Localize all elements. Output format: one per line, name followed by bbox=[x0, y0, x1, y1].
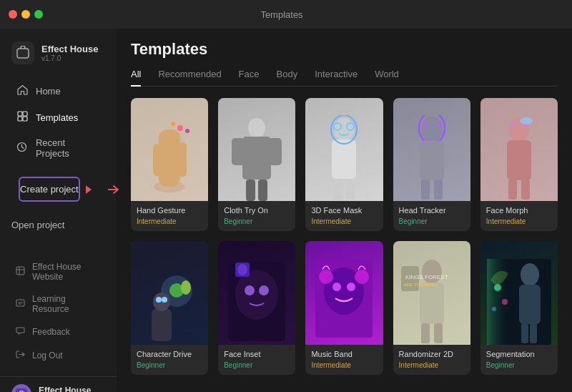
template-info: Face Morph Intermediate bbox=[480, 201, 558, 231]
svg-point-53 bbox=[235, 270, 278, 320]
svg-point-31 bbox=[421, 117, 443, 142]
open-project-button[interactable]: Open project bbox=[11, 215, 64, 235]
svg-rect-75 bbox=[530, 323, 537, 343]
template-card-character-drive[interactable]: Character Drive Beginner bbox=[131, 241, 208, 374]
app-version: v1.7.0 bbox=[41, 54, 98, 62]
sidebar-item-templates[interactable]: Templates bbox=[4, 104, 112, 130]
tab-all[interactable]: All bbox=[131, 69, 141, 87]
svg-rect-42 bbox=[507, 140, 531, 180]
svg-point-39 bbox=[509, 122, 516, 129]
svg-rect-44 bbox=[521, 180, 530, 200]
sidebar-item-feedback[interactable]: Feedback bbox=[4, 320, 112, 343]
template-card-face-morph[interactable]: Face Morph Intermediate bbox=[480, 98, 558, 231]
svg-rect-3 bbox=[18, 117, 22, 121]
template-card-music-band[interactable]: Music Band Intermediate bbox=[305, 241, 383, 374]
template-thumb bbox=[218, 241, 295, 344]
svg-rect-37 bbox=[434, 180, 443, 200]
svg-point-16 bbox=[171, 122, 175, 126]
profile-info: Effect House Manage effects bbox=[39, 386, 91, 393]
template-card-cloth-try-on[interactable]: Cloth Try On Beginner bbox=[218, 98, 295, 231]
template-level: Beginner bbox=[224, 361, 290, 369]
template-level: Beginner bbox=[137, 361, 202, 369]
template-card-randomizer-2d[interactable]: KINGS FOREST ARE YOU REAL? Randomizer 2D… bbox=[393, 241, 470, 374]
template-card-face-inset[interactable]: Face Inset Beginner bbox=[218, 241, 295, 374]
svg-point-41 bbox=[520, 117, 533, 124]
create-project-button[interactable]: Create project bbox=[19, 177, 80, 202]
profile-avatar bbox=[11, 384, 31, 392]
sidebar: Effect House v1.7.0 Home bbox=[0, 29, 117, 392]
svg-rect-43 bbox=[508, 180, 517, 200]
template-thumb bbox=[218, 98, 295, 201]
tab-body[interactable]: Body bbox=[277, 69, 298, 87]
svg-rect-74 bbox=[521, 323, 528, 343]
template-name: Face Morph bbox=[486, 206, 552, 215]
template-card-3d-face-mask[interactable]: 3D Face Mask Intermediate bbox=[305, 98, 383, 231]
svg-rect-69 bbox=[421, 323, 430, 343]
template-name: 3D Face Mask bbox=[311, 206, 377, 215]
svg-rect-1 bbox=[18, 112, 22, 116]
svg-rect-35 bbox=[420, 141, 444, 180]
template-info: Character Drive Beginner bbox=[131, 345, 208, 375]
sidebar-profile[interactable]: Effect House Manage effects bbox=[0, 376, 117, 392]
tab-face[interactable]: Face bbox=[239, 69, 260, 87]
sidebar-item-learning[interactable]: Learning Resource bbox=[4, 288, 112, 320]
logo-icon bbox=[11, 41, 34, 64]
template-info: Cloth Try On Beginner bbox=[218, 201, 295, 231]
svg-rect-25 bbox=[332, 139, 356, 179]
main-content: Templates All Recommended Face Body Inte… bbox=[117, 29, 572, 392]
svg-point-17 bbox=[185, 129, 189, 133]
svg-rect-12 bbox=[159, 129, 180, 187]
learning-label: Learning Resource bbox=[32, 294, 101, 314]
svg-rect-22 bbox=[246, 180, 255, 201]
sidebar-bottom: Effect House Website Learning Resource bbox=[0, 253, 117, 373]
template-card-segmentation[interactable]: Segmentation Beginner bbox=[480, 241, 558, 374]
home-icon bbox=[16, 84, 29, 97]
svg-rect-29 bbox=[333, 180, 342, 200]
title-bar: Templates bbox=[0, 0, 572, 29]
svg-rect-79 bbox=[487, 259, 512, 345]
svg-point-47 bbox=[181, 280, 191, 295]
window-title: Templates bbox=[0, 9, 563, 20]
template-thumb bbox=[393, 98, 470, 201]
sidebar-item-home[interactable]: Home bbox=[4, 78, 112, 104]
template-card-head-tracker[interactable]: Head Tracker Beginner bbox=[393, 98, 470, 231]
sidebar-item-home-label: Home bbox=[36, 86, 61, 97]
svg-rect-21 bbox=[269, 138, 282, 165]
svg-rect-73 bbox=[519, 285, 541, 324]
svg-rect-36 bbox=[421, 180, 430, 200]
svg-point-54 bbox=[245, 285, 255, 295]
svg-rect-9 bbox=[16, 388, 27, 392]
svg-point-61 bbox=[347, 283, 355, 291]
learning-icon bbox=[16, 298, 25, 310]
tab-recommended[interactable]: Recommended bbox=[158, 69, 221, 87]
templates-grid: Hand Gesture Intermediate Cloth Try On B… bbox=[117, 87, 572, 392]
template-thumb bbox=[305, 98, 383, 201]
page-title: Templates bbox=[131, 40, 558, 59]
template-name: Hand Gesture bbox=[137, 206, 202, 215]
template-name: Cloth Try On bbox=[224, 206, 290, 215]
app-body: Effect House v1.7.0 Home bbox=[0, 29, 572, 392]
sidebar-item-recent-label: Recent Projects bbox=[36, 137, 101, 159]
svg-rect-6 bbox=[16, 267, 24, 275]
tab-world[interactable]: World bbox=[375, 69, 399, 87]
template-thumb bbox=[131, 98, 208, 201]
template-thumb bbox=[480, 241, 558, 344]
svg-rect-19 bbox=[242, 137, 271, 180]
svg-point-33 bbox=[423, 124, 427, 128]
sidebar-item-website[interactable]: Effect House Website bbox=[4, 256, 112, 288]
template-name: Head Tracker bbox=[399, 206, 465, 215]
template-thumb bbox=[131, 241, 208, 344]
templates-icon bbox=[16, 111, 29, 124]
template-name: Character Drive bbox=[137, 350, 202, 358]
sidebar-item-templates-label: Templates bbox=[36, 112, 78, 123]
sidebar-item-logout[interactable]: Log Out bbox=[4, 344, 112, 367]
arrow-icon bbox=[108, 185, 119, 195]
template-info: 3D Face Mask Intermediate bbox=[305, 201, 383, 231]
template-card-hand-gesture[interactable]: Hand Gesture Intermediate bbox=[131, 98, 208, 231]
tab-interactive[interactable]: Interactive bbox=[315, 69, 358, 87]
sidebar-logo: Effect House v1.7.0 bbox=[0, 34, 117, 74]
logout-label: Log Out bbox=[32, 351, 63, 361]
template-name: Music Band bbox=[311, 350, 377, 358]
sidebar-item-recent[interactable]: Recent Projects bbox=[4, 131, 112, 165]
sidebar-nav: Home Templates bbox=[0, 74, 117, 241]
